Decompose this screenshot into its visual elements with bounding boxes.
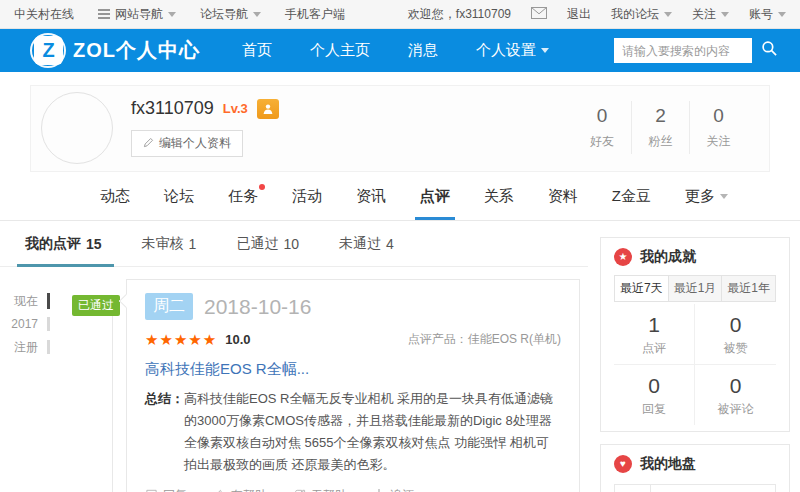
territory-row-index: 1 bbox=[615, 485, 651, 492]
brand-title: ZOL个人中心 bbox=[73, 37, 200, 64]
chevron-down-icon bbox=[664, 12, 672, 17]
rating-value: 10.0 bbox=[225, 332, 250, 347]
chevron-down-icon bbox=[541, 48, 549, 53]
nav-personal-homepage[interactable]: 个人主页 bbox=[310, 41, 370, 60]
tab-more-label: 更多 bbox=[685, 187, 715, 206]
summary-text: 高科技佳能EOS R全幅无反专业相机 采用的是一块具有低通滤镜的3000万像素C… bbox=[184, 388, 561, 476]
helpful-button[interactable]: 有帮助 bbox=[213, 487, 267, 492]
timeline-bar bbox=[47, 317, 50, 331]
tab-last-7-days[interactable]: 最近7天 bbox=[615, 276, 668, 301]
site-home-link[interactable]: 中关村在线 bbox=[14, 6, 74, 23]
status-badge: 已通过 bbox=[72, 295, 120, 316]
avatar[interactable] bbox=[41, 92, 113, 164]
achievements-title: 我的成就 bbox=[640, 248, 696, 266]
weekday-badge: 周二 bbox=[145, 293, 193, 320]
nav-home[interactable]: 首页 bbox=[242, 41, 272, 60]
level-badge-icon[interactable] bbox=[257, 99, 279, 119]
timeline-2017[interactable]: 2017 bbox=[6, 315, 50, 333]
tab-more[interactable]: 更多 bbox=[685, 172, 728, 220]
edit-profile-button[interactable]: 编辑个人资料 bbox=[131, 130, 243, 157]
star-rating-icon: ★★★★★ bbox=[145, 332, 217, 347]
review-sub-tabs: 我的点评 15 未审核 1 已通过 10 未通过 4 bbox=[0, 221, 588, 267]
subtab-approved[interactable]: 已通过 10 bbox=[236, 221, 299, 266]
tab-profile-data[interactable]: 资料 bbox=[548, 172, 578, 220]
my-forum-menu[interactable]: 我的论坛 bbox=[611, 6, 672, 23]
follow-menu[interactable]: 关注 bbox=[692, 6, 729, 23]
chevron-down-icon bbox=[721, 12, 729, 17]
tab-activities[interactable]: 活动 bbox=[292, 172, 322, 220]
notification-dot bbox=[259, 184, 265, 190]
messages-envelope-button[interactable] bbox=[531, 7, 547, 22]
heart-circle-icon: ♥ bbox=[614, 455, 632, 473]
tab-news[interactable]: 资讯 bbox=[356, 172, 386, 220]
reply-label: 回复 bbox=[163, 487, 187, 492]
subtab-my-reviews[interactable]: 我的点评 15 bbox=[25, 221, 102, 266]
search-button[interactable] bbox=[752, 38, 786, 63]
replies-count: 0 bbox=[614, 374, 694, 398]
follow-up-review-button[interactable]: 追评 bbox=[373, 487, 414, 492]
tab-forum[interactable]: 论坛 bbox=[164, 172, 194, 220]
fans-label: 粉丝 bbox=[632, 133, 689, 150]
content-area: 我的点评 15 未审核 1 已通过 10 未通过 4 bbox=[0, 221, 800, 492]
forum-nav-menu[interactable]: 论坛导航 bbox=[200, 6, 261, 23]
thumb-up-icon bbox=[213, 488, 231, 492]
tab-reviews[interactable]: 点评 bbox=[420, 172, 450, 220]
friends-label: 好友 bbox=[573, 133, 631, 150]
tab-relations[interactable]: 关系 bbox=[484, 172, 514, 220]
subtab-pending[interactable]: 未审核 1 bbox=[142, 221, 197, 266]
stat-friends[interactable]: 0 好友 bbox=[573, 101, 631, 154]
zol-logo-icon: Z bbox=[34, 36, 63, 65]
brand-header: Z ZOL个人中心 首页 个人主页 消息 个人设置 bbox=[0, 29, 800, 72]
subtab-my-reviews-count: 15 bbox=[86, 236, 102, 252]
left-column: 我的点评 15 未审核 1 已通过 10 未通过 4 bbox=[0, 221, 588, 492]
chevron-down-icon bbox=[720, 194, 728, 199]
timeline-register[interactable]: 注册 bbox=[6, 338, 50, 356]
stat-following[interactable]: 0 关注 bbox=[689, 101, 747, 154]
search-input[interactable] bbox=[614, 38, 752, 63]
stat-likes-received: 0 被赞 bbox=[695, 304, 776, 365]
username: fx3110709 bbox=[131, 98, 214, 119]
forum-nav-label: 论坛导航 bbox=[200, 6, 248, 23]
header-nav: 首页 个人主页 消息 个人设置 bbox=[242, 41, 587, 60]
pencil-icon bbox=[143, 137, 159, 151]
welcome-text: 欢迎您，fx3110709 bbox=[408, 6, 511, 23]
tab-tasks-label: 任务 bbox=[228, 187, 258, 206]
tab-last-1-month[interactable]: 最近1月 bbox=[668, 276, 722, 301]
subtab-rejected[interactable]: 未通过 4 bbox=[339, 221, 394, 266]
territory-card: ♥ 我的地盘 1 数码相机点评：5篇 bbox=[600, 444, 790, 492]
site-nav-menu[interactable]: 网站导航 bbox=[98, 6, 176, 23]
review-title-link[interactable]: 高科技佳能EOS R全幅... bbox=[145, 360, 561, 379]
speech-bubble-icon bbox=[145, 488, 163, 492]
timeline-register-label: 注册 bbox=[6, 339, 38, 356]
timeline-bar bbox=[47, 340, 50, 354]
mobile-client-link[interactable]: 手机客户端 bbox=[285, 6, 345, 23]
mail-icon bbox=[531, 7, 547, 22]
stat-fans[interactable]: 2 粉丝 bbox=[631, 101, 689, 154]
zol-logo[interactable]: Z ZOL个人中心 bbox=[34, 36, 200, 65]
page: 中关村在线 网站导航 论坛导航 手机客户端 欢迎您，fx3110709 退出 我… bbox=[0, 0, 800, 492]
reply-button[interactable]: 回复 bbox=[145, 487, 187, 492]
territory-row-camera[interactable]: 1 数码相机点评：5篇 bbox=[615, 485, 775, 492]
logout-link[interactable]: 退出 bbox=[567, 6, 591, 23]
not-helpful-button[interactable]: 无帮助 bbox=[293, 487, 347, 492]
search-icon bbox=[761, 40, 778, 61]
account-menu[interactable]: 账号 bbox=[749, 6, 786, 23]
achievements-tabs: 最近7天 最近1月 最近1年 bbox=[614, 275, 776, 302]
achievements-card: ★ 我的成就 最近7天 最近1月 最近1年 1 点评 0 被赞 bbox=[600, 237, 790, 432]
welcome-label: 欢迎您，fx3110709 bbox=[408, 6, 511, 23]
tab-last-1-year[interactable]: 最近1年 bbox=[721, 276, 775, 301]
timeline-2017-label: 2017 bbox=[6, 317, 38, 331]
tab-dynamics[interactable]: 动态 bbox=[100, 172, 130, 220]
topbar-left: 中关村在线 网站导航 论坛导航 手机客户端 bbox=[14, 6, 369, 23]
tab-z-gold[interactable]: Z金豆 bbox=[612, 172, 651, 220]
fans-count: 2 bbox=[632, 105, 689, 127]
nav-messages[interactable]: 消息 bbox=[408, 41, 438, 60]
product-link[interactable]: 点评产品：佳能EOS R(单机) bbox=[408, 331, 561, 348]
chevron-down-icon bbox=[253, 12, 261, 17]
star-circle-icon: ★ bbox=[614, 248, 632, 266]
timeline-now[interactable]: 现在 bbox=[6, 292, 50, 310]
stat-reviews: 1 点评 bbox=[614, 304, 695, 365]
hamburger-icon bbox=[98, 9, 110, 19]
nav-settings[interactable]: 个人设置 bbox=[476, 41, 549, 60]
tab-tasks[interactable]: 任务 bbox=[228, 172, 258, 220]
